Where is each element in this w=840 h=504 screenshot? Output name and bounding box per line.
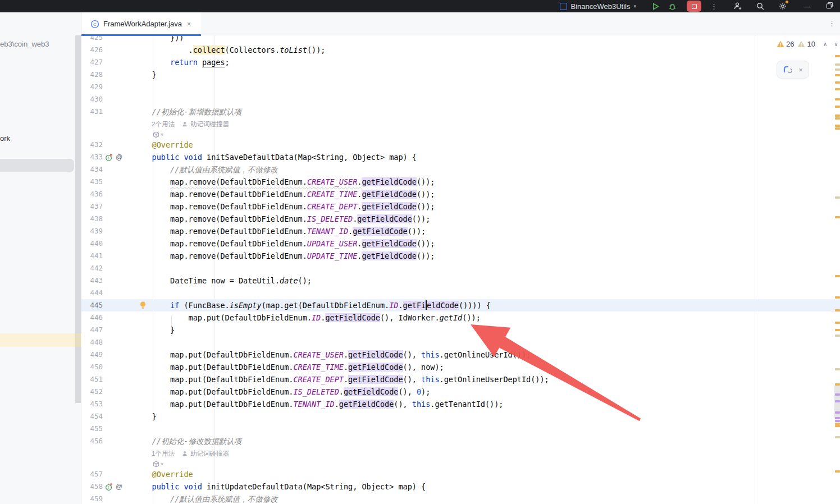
stop-button[interactable] xyxy=(687,1,701,12)
code-line[interactable]: 436 map.remove(DefaultDbFieldEnum.CREATE… xyxy=(81,188,840,200)
stripe-mark[interactable] xyxy=(835,383,840,386)
settings-gear-icon[interactable] xyxy=(778,2,787,11)
code-line[interactable]: 428 } xyxy=(81,68,840,81)
code-line[interactable]: 439 map.remove(DefaultDbFieldEnum.TENANT… xyxy=(81,225,840,237)
error-stripe[interactable] xyxy=(834,35,840,504)
search-icon[interactable] xyxy=(756,2,765,11)
author-hint[interactable]: 助记词碰撞器 xyxy=(190,120,229,129)
stripe-mark[interactable] xyxy=(835,106,840,108)
stripe-mark[interactable] xyxy=(835,88,840,90)
stripe-mark[interactable] xyxy=(835,470,840,473)
close-icon[interactable]: × xyxy=(798,66,803,74)
more-actions-icon[interactable]: ⋮ xyxy=(710,2,718,11)
code-line[interactable]: 442 xyxy=(81,262,840,274)
inlay-settings-icon[interactable] xyxy=(153,131,159,138)
inlay-action-row[interactable]: ˅ xyxy=(81,130,840,139)
stripe-mark[interactable] xyxy=(835,417,840,419)
stripe-mark[interactable] xyxy=(835,63,840,66)
code-line[interactable]: 437 map.remove(DefaultDbFieldEnum.CREATE… xyxy=(81,200,840,213)
run-button[interactable] xyxy=(651,2,660,11)
usages-hint[interactable]: 1个用法 xyxy=(152,450,175,458)
code-line[interactable]: 456 //初始化-修改数据默认项 xyxy=(81,435,840,447)
code-line[interactable]: 450 map.put(DefaultDbFieldEnum.CREATE_TI… xyxy=(81,361,840,373)
inlay-action-row[interactable]: ˅ xyxy=(81,460,840,468)
code-line[interactable]: 446 map.put(DefaultDbFieldEnum.ID.getFie… xyxy=(81,311,840,324)
stripe-mark[interactable] xyxy=(835,309,840,311)
code-line[interactable]: 455 xyxy=(81,423,840,435)
stripe-mark[interactable] xyxy=(835,400,840,402)
code-line[interactable]: 454 } xyxy=(81,410,840,423)
stripe-mark[interactable] xyxy=(835,114,840,117)
implementing-method-icon[interactable]: I xyxy=(105,153,113,162)
weak-warnings-count[interactable]: 10 xyxy=(797,40,815,48)
tab-frameworkadapter[interactable]: C FrameWorkAdapter.java × xyxy=(81,12,201,35)
code-line[interactable]: 435 map.remove(DefaultDbFieldEnum.CREATE… xyxy=(81,176,840,188)
code-line[interactable]: 440 map.remove(DefaultDbFieldEnum.UPDATE… xyxy=(81,237,840,250)
code-line[interactable]: 430 xyxy=(81,93,840,106)
code-line[interactable]: 426 .collect(Collectors.toList()); xyxy=(81,44,840,56)
stripe-mark[interactable] xyxy=(835,322,840,324)
stripe-mark[interactable] xyxy=(835,436,840,438)
close-icon[interactable]: × xyxy=(187,20,191,28)
code-line[interactable]: 459 //默认值由系统赋值，不做修改 xyxy=(81,493,840,504)
code-line[interactable]: 448 xyxy=(81,336,840,349)
code-vision-hint[interactable]: 2个用法 助记词碰撞器 xyxy=(81,118,840,130)
run-configuration-selector[interactable]: BinanceWeb3Utils ▾ xyxy=(560,2,636,11)
code-line[interactable]: 451 map.put(DefaultDbFieldEnum.CREATE_DE… xyxy=(81,373,840,386)
annotation-gutter-icon[interactable]: @ xyxy=(116,153,122,161)
debug-icon[interactable] xyxy=(668,2,677,11)
stripe-mark[interactable] xyxy=(835,420,840,422)
stripe-mark[interactable] xyxy=(835,425,840,427)
stripe-mark[interactable] xyxy=(835,196,840,199)
stripe-mark[interactable] xyxy=(835,74,840,76)
warnings-count[interactable]: 26 xyxy=(777,40,794,48)
code-line[interactable]: 427 return pages; xyxy=(81,56,840,68)
stripe-mark[interactable] xyxy=(835,125,840,127)
code-line[interactable]: 429 xyxy=(81,81,840,93)
code-line[interactable]: 445 if (FuncBase.isEmpty(map.get(Default… xyxy=(81,299,840,311)
restore-button[interactable] xyxy=(826,1,833,11)
code-line[interactable]: 452 map.put(DefaultDbFieldEnum.IS_DELETE… xyxy=(81,386,840,398)
code-editor[interactable]: 425 }))426 .collect(Collectors.toList())… xyxy=(81,35,840,504)
stripe-mark[interactable] xyxy=(835,329,840,331)
code-vision-hint[interactable]: 1个用法 助记词碰撞器 xyxy=(81,447,840,460)
tab-options-icon[interactable]: ⋮ xyxy=(828,19,836,28)
stripe-mark[interactable] xyxy=(835,68,840,71)
minimize-button[interactable]: — xyxy=(804,2,811,11)
add-user-icon[interactable] xyxy=(733,2,742,11)
annotation-gutter-icon[interactable]: @ xyxy=(116,483,122,491)
stripe-mark[interactable] xyxy=(835,368,840,370)
stripe-mark[interactable] xyxy=(835,335,840,337)
code-line[interactable]: 447 } xyxy=(81,324,840,336)
code-line[interactable]: 432 @Override xyxy=(81,139,840,151)
stripe-mark[interactable] xyxy=(835,216,840,218)
code-line[interactable]: 444 xyxy=(81,287,840,299)
stripe-mark[interactable] xyxy=(835,127,840,130)
code-line[interactable]: 453 map.put(DefaultDbFieldEnum.TENANT_ID… xyxy=(81,398,840,410)
code-line[interactable]: 458 I @ public void initUpdateDefaultDat… xyxy=(81,480,840,493)
project-tree-item[interactable]: ork xyxy=(0,134,10,143)
code-line[interactable]: 457 @Override xyxy=(81,468,840,480)
previous-problem-icon[interactable]: ∧ xyxy=(823,41,827,47)
stripe-mark[interactable] xyxy=(835,411,840,414)
code-line[interactable]: 449 map.put(DefaultDbFieldEnum.CREATE_US… xyxy=(81,349,840,361)
inlay-settings-icon[interactable] xyxy=(153,461,159,468)
intention-bulb-icon[interactable] xyxy=(139,301,147,310)
usages-hint[interactable]: 2个用法 xyxy=(152,120,175,129)
code-line[interactable]: 431 //初始化-新增数据默认项 xyxy=(81,106,840,118)
project-scrollbar[interactable] xyxy=(75,35,81,403)
stripe-mark[interactable] xyxy=(835,393,840,396)
author-hint[interactable]: 助记词碰撞器 xyxy=(190,450,229,458)
code-line[interactable]: 425 })) xyxy=(81,35,840,44)
code-line[interactable]: 438 map.remove(DefaultDbFieldEnum.IS_DEL… xyxy=(81,213,840,225)
project-selected-item[interactable] xyxy=(0,159,74,172)
implementing-method-icon[interactable]: I xyxy=(105,483,113,491)
code-line[interactable]: 434 //默认值由系统赋值，不做修改 xyxy=(81,163,840,176)
floating-action-widget[interactable]: × xyxy=(777,61,809,79)
project-highlighted-item[interactable] xyxy=(0,333,81,347)
code-line[interactable]: 441 map.remove(DefaultDbFieldEnum.UPDATE… xyxy=(81,250,840,262)
code-line[interactable]: 443 DateTime now = DateUtil.date(); xyxy=(81,274,840,287)
code-line[interactable]: 433 I @ public void initSaveDefaultData(… xyxy=(81,151,840,163)
stripe-mark[interactable] xyxy=(835,117,840,120)
stripe-mark[interactable] xyxy=(835,296,840,299)
